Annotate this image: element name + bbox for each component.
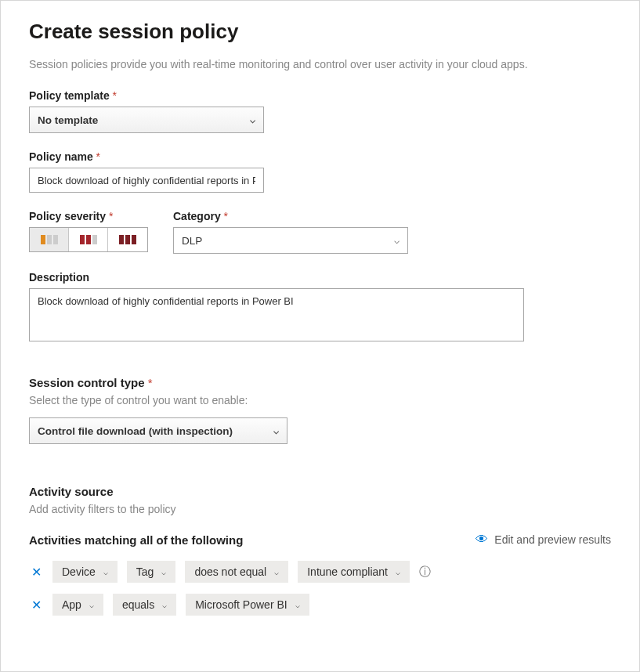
activity-source-helper: Add activity filters to the policy xyxy=(29,503,611,515)
edit-preview-link[interactable]: 👁 Edit and preview results xyxy=(475,533,611,547)
session-control-helper: Select the type of control you want to e… xyxy=(29,394,611,406)
chevron-down-icon: ⌵ xyxy=(394,235,400,246)
eye-icon: 👁 xyxy=(475,533,488,547)
session-control-select[interactable]: Control file download (with inspection) … xyxy=(29,417,287,444)
remove-filter-button[interactable]: ✕ xyxy=(29,598,43,612)
filter-row: ✕ Device ⌵ Tag ⌵ does not equal ⌵ Intune… xyxy=(29,561,611,583)
severity-group xyxy=(29,227,148,252)
filter-row: ✕ App ⌵ equals ⌵ Microsoft Power BI ⌵ xyxy=(29,594,611,616)
chevron-down-icon: ⌵ xyxy=(162,601,167,609)
remove-filter-button[interactable]: ✕ xyxy=(29,565,43,580)
chevron-down-icon: ⌵ xyxy=(295,601,300,609)
chevron-down-icon: ⌵ xyxy=(396,568,400,576)
category-select[interactable]: DLP ⌵ xyxy=(173,227,408,254)
category-label: Category xyxy=(173,210,408,222)
severity-bar-icon xyxy=(125,235,130,244)
filter-op-chip[interactable]: does not equal ⌵ xyxy=(185,561,288,583)
severity-bar-icon xyxy=(47,235,52,244)
severity-bar-icon xyxy=(86,235,91,244)
activity-source-heading: Activity source xyxy=(29,485,611,498)
severity-bar-icon xyxy=(41,235,45,244)
filter-value-chip[interactable]: Intune compliant ⌵ xyxy=(298,561,410,583)
filter-value-chip[interactable]: Microsoft Power BI ⌵ xyxy=(186,594,309,616)
filter-op-chip[interactable]: equals ⌵ xyxy=(113,594,176,616)
chevron-down-icon: ⌵ xyxy=(274,568,279,576)
severity-medium-button[interactable] xyxy=(69,228,108,251)
policy-template-label: Policy template xyxy=(29,89,611,102)
edit-preview-text: Edit and preview results xyxy=(494,533,611,546)
chevron-down-icon: ⌵ xyxy=(161,568,166,576)
severity-bar-icon xyxy=(132,235,136,244)
session-control-value: Control file download (with inspection) xyxy=(38,425,233,437)
info-icon: ⓘ xyxy=(419,565,431,580)
chevron-down-icon: ⌵ xyxy=(89,601,94,609)
severity-bar-icon xyxy=(119,235,124,244)
policy-template-select[interactable]: No template ⌵ xyxy=(29,107,264,133)
severity-bar-icon xyxy=(53,235,58,244)
page-title: Create session policy xyxy=(29,20,611,44)
description-label: Description xyxy=(29,271,611,284)
severity-bar-icon xyxy=(80,235,85,244)
session-control-heading: Session control type xyxy=(29,376,611,389)
policy-name-label: Policy name xyxy=(29,150,611,163)
activities-matching-label: Activities matching all of the following xyxy=(29,533,243,547)
chevron-down-icon: ⌵ xyxy=(103,568,108,576)
policy-name-input[interactable] xyxy=(29,168,264,193)
description-textarea[interactable] xyxy=(29,288,524,341)
page-subtitle: Session policies provide you with real-t… xyxy=(29,58,611,70)
policy-template-value: No template xyxy=(38,114,98,126)
chevron-down-icon: ⌵ xyxy=(273,425,279,436)
filter-sub-chip[interactable]: Tag ⌵ xyxy=(127,561,176,583)
severity-high-button[interactable] xyxy=(108,228,147,251)
severity-low-button[interactable] xyxy=(30,228,69,251)
policy-severity-label: Policy severity xyxy=(29,210,148,222)
chevron-down-icon: ⌵ xyxy=(250,114,255,125)
filter-field-chip[interactable]: Device ⌵ xyxy=(52,561,118,583)
filter-field-chip[interactable]: App ⌵ xyxy=(52,594,103,616)
category-value: DLP xyxy=(182,235,202,247)
severity-bar-icon xyxy=(92,235,97,244)
